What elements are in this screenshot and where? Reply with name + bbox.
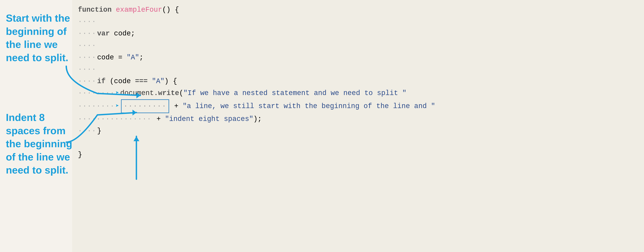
annotation-start-with: Start with the beginning of the line we … [6,12,70,64]
dots: ···· [78,28,96,39]
string-a2: "A" [152,75,164,87]
string-line3: "indent eight spaces" [165,113,253,125]
kw-var: var [97,28,110,39]
code-line-empty3: ···· [78,63,638,75]
code-line-1: function exampleFour() { [78,4,638,16]
dots: ···· [78,63,96,75]
kw-function: function [78,4,116,16]
string-line1: "If we have a nested statement and we ne… [183,87,406,99]
code-line-if: ····if (code === "A") { [78,75,638,87]
code-line-empty2: ···· [78,40,638,52]
kw-eq: === [135,75,148,87]
indent-highlight-box: ········· [121,99,169,113]
string-a: "A" [127,52,139,63]
dots: ···· [78,16,96,28]
kw-if: if [97,75,106,87]
code-line-empty4 [78,137,638,149]
fn-name: exampleFour [116,4,162,16]
code-line-docwrite: ········➤document.write("If we have a ne… [78,87,638,99]
code-line-continuation1: ········➤········· + "a line, we still s… [78,99,638,113]
code-line-empty1: ···· [78,16,638,28]
dots: ···· [78,125,96,137]
string-line2: "a line, we still start with the beginni… [182,100,435,112]
dots: ················ [78,113,152,125]
kw-write: write [158,87,179,99]
dots: ···· [78,75,96,87]
annotation-indent: Indent 8 spaces from the beginning of th… [6,111,74,177]
kw-doc: document. [120,87,158,99]
code-line-close-if: ····} [78,125,638,137]
code-display: function exampleFour() { ···· ····var co… [72,0,644,252]
code-line-continuation2: ················ + "indent eight spaces"… [78,113,638,125]
code-line-close-fn: } [78,149,638,161]
code-line-assign: ····code = "A"; [78,52,638,63]
dots: ········ [78,100,115,112]
code-line-var: ····var code; [78,28,638,39]
dots: ···· [78,52,96,63]
dots: ········ [78,87,115,99]
dots: ···· [78,40,96,52]
